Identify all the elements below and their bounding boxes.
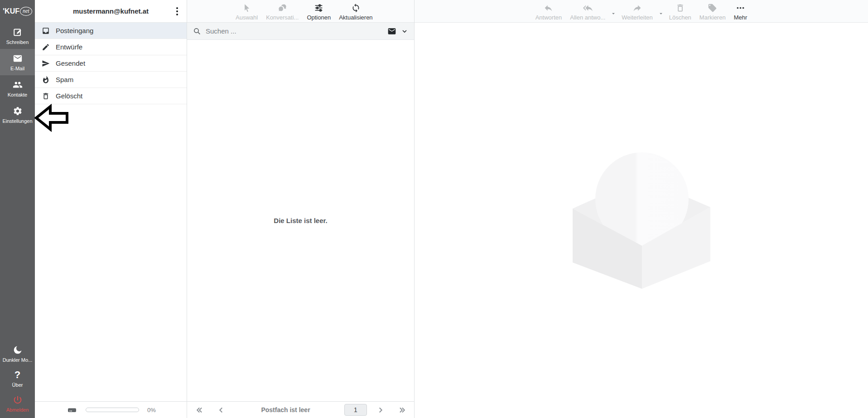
sidebar-item-label: E-Mail — [10, 66, 24, 71]
toolbar-button-markieren[interactable]: Markieren — [695, 0, 730, 22]
toolbar-button-auswahl[interactable]: Auswahl — [231, 0, 262, 22]
chevron-down-icon[interactable] — [401, 28, 408, 35]
toolbar-button-label: Auswahl — [236, 15, 258, 21]
folder-list: Posteingang Entwürfe Gesendet Spam — [35, 23, 187, 104]
chevron-left-icon — [217, 406, 225, 414]
reply-icon — [544, 3, 553, 13]
folder-label: Entwürfe — [56, 43, 82, 51]
folder-item-geloescht[interactable]: Gelöscht — [35, 88, 187, 104]
folder-panel-header: mustermann@kufnet.at — [35, 0, 187, 23]
toolbar-button-label: Optionen — [307, 15, 331, 21]
reply-all-dropdown-caret[interactable] — [609, 0, 617, 22]
toolbar-button-mehr[interactable]: Mehr — [730, 0, 752, 22]
quota-progress-bar — [86, 408, 139, 412]
previous-page-button[interactable] — [215, 404, 227, 416]
toolbar-button-label: Weiterleiten — [622, 15, 652, 21]
toolbar-button-label: Aktualisieren — [339, 15, 372, 21]
toolbar-button-konversationen[interactable]: Konversati... — [262, 0, 303, 22]
toolbar-button-label: Allen antwo... — [570, 15, 605, 21]
flame-icon — [42, 76, 50, 84]
tag-icon — [708, 3, 717, 13]
toolbar-button-label: Markieren — [699, 15, 726, 21]
trash-icon — [675, 3, 685, 13]
mail-view-panel: Antworten Allen antwo... Weiterleiten — [415, 0, 868, 418]
settings-gear-icon — [13, 106, 23, 116]
sidebar-item-label: Über — [12, 382, 23, 388]
power-icon — [13, 395, 23, 405]
inbox-icon — [42, 27, 50, 35]
folder-label: Posteingang — [56, 27, 93, 34]
storage-icon[interactable] — [67, 404, 77, 415]
folder-label: Gelöscht — [56, 92, 82, 100]
folder-label: Spam — [56, 76, 73, 83]
logo-text-kuf: 'KUF — [3, 7, 19, 15]
sidebar-item-kontakte[interactable]: Kontakte — [0, 75, 35, 102]
cursor-icon — [242, 3, 251, 13]
first-page-button[interactable] — [193, 404, 205, 416]
app-sidebar: 'KUF net Schreiben E-Mail Kontakte — [0, 0, 35, 418]
compose-icon — [13, 27, 23, 37]
folder-item-entwuerfe[interactable]: Entwürfe — [35, 39, 187, 55]
search-input[interactable] — [206, 27, 383, 35]
toolbar-button-optionen[interactable]: Optionen — [303, 0, 335, 22]
chevron-right-icon — [376, 406, 384, 414]
webmail-app: 'KUF net Schreiben E-Mail Kontakte — [0, 0, 868, 418]
next-page-button[interactable] — [374, 404, 386, 416]
double-chevron-left-icon — [196, 406, 203, 414]
sidebar-item-email[interactable]: E-Mail — [0, 49, 35, 75]
caret-down-icon — [610, 10, 617, 17]
search-bar — [187, 23, 414, 40]
message-list-panel: Auswahl Konversati... Optionen — [187, 0, 415, 418]
chat-bubbles-icon — [278, 3, 287, 13]
refresh-icon — [351, 3, 361, 13]
pagination-bar: Postfach ist leer 1 — [187, 401, 414, 418]
toolbar-button-weiterleiten[interactable]: Weiterleiten — [617, 0, 656, 22]
sidebar-item-label: Kontakte — [8, 92, 27, 97]
forward-icon — [632, 3, 642, 13]
toolbar-button-allen-antworten[interactable]: Allen antwo... — [566, 0, 609, 22]
moon-icon — [13, 345, 23, 355]
more-dots-icon — [736, 3, 745, 13]
search-scope-envelope-icon[interactable] — [387, 27, 396, 36]
page-number-input[interactable]: 1 — [344, 404, 367, 416]
toolbar-button-antworten[interactable]: Antworten — [531, 0, 566, 22]
folder-item-gesendet[interactable]: Gesendet — [35, 55, 187, 72]
sidebar-item-about[interactable]: ? Über — [0, 366, 35, 391]
toolbar-button-label: Mehr — [734, 15, 747, 21]
toolbar-button-label: Antworten — [535, 15, 562, 21]
sidebar-item-dark-mode[interactable]: Dunkler Mo... — [0, 341, 35, 366]
double-chevron-right-icon — [398, 406, 406, 414]
toolbar-button-loeschen[interactable]: Löschen — [665, 0, 695, 22]
kebab-menu-icon[interactable] — [172, 6, 182, 16]
sidebar-item-einstellungen[interactable]: Einstellungen — [0, 102, 35, 128]
message-list-empty-area: Die Liste ist leer. — [187, 40, 414, 401]
mailbox-status-text: Postfach ist leer — [227, 406, 344, 413]
mail-view-empty-area — [415, 23, 868, 418]
folder-label: Gesendet — [56, 59, 85, 67]
pencil-icon — [42, 43, 50, 51]
sidebar-item-logout[interactable]: Abmelden — [0, 391, 35, 416]
search-icon — [193, 27, 201, 35]
folder-item-spam[interactable]: Spam — [35, 72, 187, 88]
caret-down-icon — [658, 10, 664, 17]
toolbar-button-label: Löschen — [669, 15, 691, 21]
toolbar-button-aktualisieren[interactable]: Aktualisieren — [335, 0, 376, 22]
logo-text-net: net — [20, 7, 32, 16]
last-page-button[interactable] — [396, 404, 408, 416]
mail-icon — [13, 53, 23, 63]
cube-sphere-watermark — [573, 152, 710, 289]
sidebar-item-label: Dunkler Mo... — [3, 357, 32, 363]
question-icon: ? — [14, 370, 20, 380]
reply-all-icon — [583, 3, 593, 13]
trash-icon — [42, 92, 50, 100]
forward-dropdown-caret[interactable] — [657, 0, 665, 22]
quota-bar-section: 0% — [35, 401, 187, 418]
quota-percent: 0% — [147, 407, 156, 413]
folder-item-posteingang[interactable]: Posteingang — [35, 23, 187, 39]
sidebar-bottom-group: Dunkler Mo... ? Über Abmelden — [0, 341, 35, 418]
sidebar-item-label: Abmelden — [6, 407, 29, 413]
mail-toolbar: Antworten Allen antwo... Weiterleiten — [415, 0, 868, 23]
kufnet-logo[interactable]: 'KUF net — [0, 0, 35, 23]
paper-plane-icon — [42, 59, 50, 68]
sidebar-item-schreiben[interactable]: Schreiben — [0, 23, 35, 49]
